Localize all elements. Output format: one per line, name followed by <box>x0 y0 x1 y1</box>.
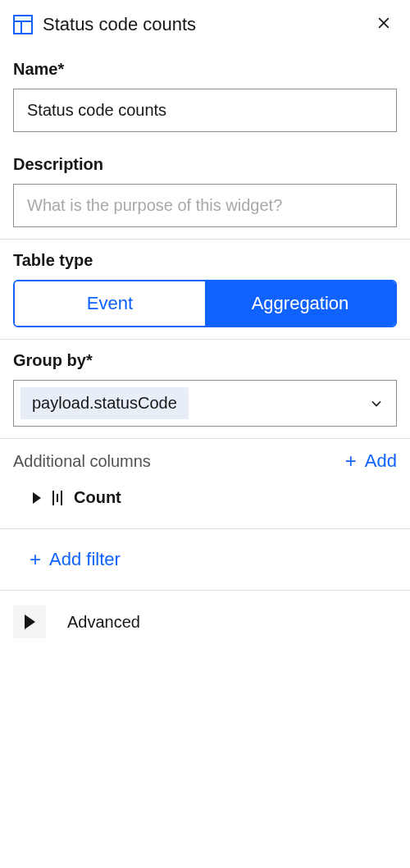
column-name: Count <box>74 488 121 507</box>
add-filter-label: Add filter <box>49 549 121 570</box>
close-button[interactable] <box>371 10 397 39</box>
plus-icon: + <box>345 451 357 471</box>
table-type-event[interactable]: Event <box>15 281 205 326</box>
chevron-down-icon <box>368 395 385 412</box>
advanced-expand-button[interactable] <box>13 605 46 638</box>
description-label: Description <box>13 155 397 174</box>
close-icon <box>376 15 392 31</box>
caret-right-icon <box>25 614 35 629</box>
add-column-label: Add <box>365 450 397 472</box>
table-type-segmented: Event Aggregation <box>13 280 397 327</box>
group-by-select[interactable]: payload.statusCode <box>13 380 397 427</box>
caret-right-icon <box>33 492 41 504</box>
plus-icon: + <box>30 550 41 569</box>
bars-icon <box>52 491 62 505</box>
advanced-label: Advanced <box>67 613 140 632</box>
additional-columns-label: Additional columns <box>13 452 151 471</box>
panel-title: Status code counts <box>43 14 361 35</box>
name-input[interactable] <box>13 89 397 132</box>
name-label: Name* <box>13 60 397 79</box>
table-type-aggregation[interactable]: Aggregation <box>205 281 395 326</box>
group-by-label: Group by* <box>13 351 397 370</box>
add-column-button[interactable]: + Add <box>345 450 397 472</box>
add-filter-button[interactable]: + Add filter <box>30 549 121 570</box>
description-input[interactable] <box>13 184 397 227</box>
group-by-chip: payload.statusCode <box>20 387 189 419</box>
table-icon <box>13 15 33 34</box>
table-type-label: Table type <box>13 251 397 270</box>
column-row[interactable]: Count <box>0 480 410 528</box>
